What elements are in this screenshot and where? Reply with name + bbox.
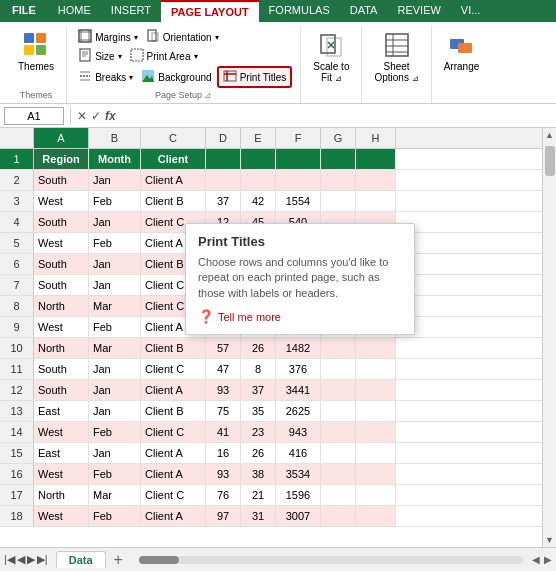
cell-C12[interactable]: Client A: [141, 380, 206, 400]
cell-reference-input[interactable]: A1: [4, 107, 64, 125]
arrange-button[interactable]: Arrange: [440, 28, 484, 74]
cell-H13[interactable]: [356, 401, 396, 421]
cell-F16[interactable]: 3534: [276, 464, 321, 484]
cell-E3[interactable]: 42: [241, 191, 276, 211]
sheet-options-button[interactable]: SheetOptions ⊿: [370, 28, 422, 85]
cell-E2[interactable]: [241, 170, 276, 190]
cell-D10[interactable]: 57: [206, 338, 241, 358]
tab-page-layout[interactable]: PAGE LAYOUT: [161, 0, 259, 22]
cell-A2[interactable]: South: [34, 170, 89, 190]
cell-G2[interactable]: [321, 170, 356, 190]
cell-G17[interactable]: [321, 485, 356, 505]
cell-G18[interactable]: [321, 506, 356, 526]
cell-F11[interactable]: 376: [276, 359, 321, 379]
cell-A13[interactable]: East: [34, 401, 89, 421]
cell-B2[interactable]: Jan: [89, 170, 141, 190]
hscroll-left-btn[interactable]: ◀: [532, 554, 540, 565]
cell-F15[interactable]: 416: [276, 443, 321, 463]
tab-last-icon[interactable]: ▶|: [37, 553, 48, 566]
cell-D13[interactable]: 75: [206, 401, 241, 421]
cell-D1[interactable]: [206, 149, 241, 169]
col-header-C[interactable]: C: [141, 128, 206, 148]
cell-F10[interactable]: 1482: [276, 338, 321, 358]
tab-next-icon[interactable]: ▶: [27, 553, 35, 566]
cell-C17[interactable]: Client C: [141, 485, 206, 505]
col-header-B[interactable]: B: [89, 128, 141, 148]
col-header-F[interactable]: F: [276, 128, 321, 148]
cell-B8[interactable]: Mar: [89, 296, 141, 316]
cell-D16[interactable]: 93: [206, 464, 241, 484]
cell-D11[interactable]: 47: [206, 359, 241, 379]
cell-F1[interactable]: [276, 149, 321, 169]
function-icon[interactable]: fx: [105, 109, 116, 123]
cell-B9[interactable]: Feb: [89, 317, 141, 337]
cell-B4[interactable]: Jan: [89, 212, 141, 232]
cell-G15[interactable]: [321, 443, 356, 463]
cell-F12[interactable]: 3441: [276, 380, 321, 400]
size-button[interactable]: Size ▾: [75, 47, 124, 65]
cell-A18[interactable]: West: [34, 506, 89, 526]
cell-H16[interactable]: [356, 464, 396, 484]
cell-D2[interactable]: [206, 170, 241, 190]
cell-H18[interactable]: [356, 506, 396, 526]
cell-E11[interactable]: 8: [241, 359, 276, 379]
cell-H2[interactable]: [356, 170, 396, 190]
tab-first-icon[interactable]: |◀: [4, 553, 15, 566]
tab-file[interactable]: FILE: [0, 0, 48, 22]
scroll-down-btn[interactable]: ▼: [545, 533, 554, 547]
cell-H12[interactable]: [356, 380, 396, 400]
cell-C14[interactable]: Client C: [141, 422, 206, 442]
themes-button[interactable]: Themes: [14, 28, 58, 74]
cell-E12[interactable]: 37: [241, 380, 276, 400]
cell-B3[interactable]: Feb: [89, 191, 141, 211]
cell-D3[interactable]: 37: [206, 191, 241, 211]
cell-B17[interactable]: Mar: [89, 485, 141, 505]
cell-H10[interactable]: [356, 338, 396, 358]
cell-B16[interactable]: Feb: [89, 464, 141, 484]
tab-data[interactable]: DATA: [340, 0, 388, 22]
hscroll-right-btn[interactable]: ▶: [544, 554, 552, 565]
cell-E17[interactable]: 21: [241, 485, 276, 505]
cell-F3[interactable]: 1554: [276, 191, 321, 211]
cell-D14[interactable]: 41: [206, 422, 241, 442]
horizontal-scrollbar[interactable]: [139, 556, 524, 564]
cell-B6[interactable]: Jan: [89, 254, 141, 274]
print-titles-button[interactable]: Print Titles: [217, 66, 293, 88]
cell-G13[interactable]: [321, 401, 356, 421]
cell-A7[interactable]: South: [34, 275, 89, 295]
cell-A14[interactable]: West: [34, 422, 89, 442]
cell-A4[interactable]: South: [34, 212, 89, 232]
cell-A15[interactable]: East: [34, 443, 89, 463]
cell-C16[interactable]: Client A: [141, 464, 206, 484]
tab-insert[interactable]: INSERT: [101, 0, 161, 22]
orientation-button[interactable]: Orientation ▾: [143, 28, 222, 46]
cell-B11[interactable]: Jan: [89, 359, 141, 379]
cell-H11[interactable]: [356, 359, 396, 379]
scrollbar-thumb[interactable]: [545, 146, 555, 176]
col-header-D[interactable]: D: [206, 128, 241, 148]
cell-A3[interactable]: West: [34, 191, 89, 211]
cell-A11[interactable]: South: [34, 359, 89, 379]
add-sheet-button[interactable]: +: [106, 551, 131, 569]
cell-H17[interactable]: [356, 485, 396, 505]
col-header-E[interactable]: E: [241, 128, 276, 148]
cell-G16[interactable]: [321, 464, 356, 484]
cell-B10[interactable]: Mar: [89, 338, 141, 358]
tab-formulas[interactable]: FORMULAS: [259, 0, 340, 22]
cell-G11[interactable]: [321, 359, 356, 379]
scale-to-fit-button[interactable]: Scale toFit ⊿: [309, 28, 353, 85]
cell-B1[interactable]: Month: [89, 149, 141, 169]
cell-E10[interactable]: 26: [241, 338, 276, 358]
cell-A8[interactable]: North: [34, 296, 89, 316]
cell-F18[interactable]: 3007: [276, 506, 321, 526]
formula-input[interactable]: [120, 110, 552, 122]
cell-A10[interactable]: North: [34, 338, 89, 358]
cell-E15[interactable]: 26: [241, 443, 276, 463]
cell-C3[interactable]: Client B: [141, 191, 206, 211]
confirm-icon[interactable]: ✓: [91, 109, 101, 123]
cell-H3[interactable]: [356, 191, 396, 211]
cell-D15[interactable]: 16: [206, 443, 241, 463]
cell-B7[interactable]: Jan: [89, 275, 141, 295]
cell-E16[interactable]: 38: [241, 464, 276, 484]
cell-D17[interactable]: 76: [206, 485, 241, 505]
